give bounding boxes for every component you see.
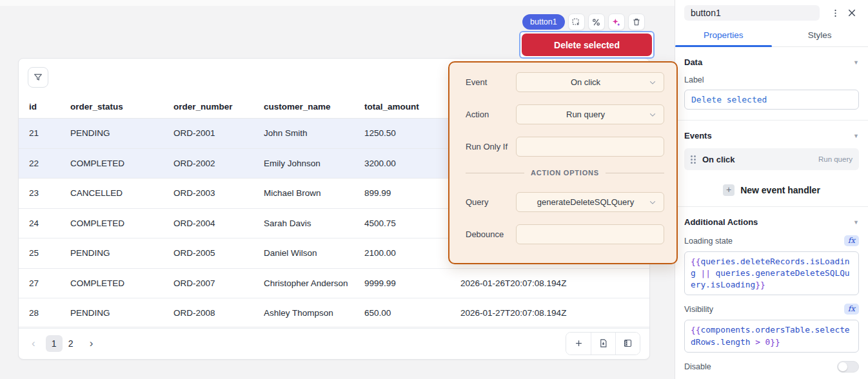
kebab-icon [831, 8, 840, 18]
tab-styles[interactable]: Styles [772, 25, 868, 46]
table-cell: PENDING [70, 248, 173, 258]
table-cell: ORD-2001 [173, 128, 264, 138]
table-cell: ORD-2008 [173, 308, 264, 318]
table-cell: ORD-2002 [173, 159, 264, 168]
action-options-divider: ACTION OPTIONS [466, 169, 664, 177]
collapse-events-icon[interactable]: ▼ [853, 133, 859, 139]
fx-badge[interactable]: fx [844, 235, 859, 246]
tab-properties[interactable]: Properties [675, 25, 772, 46]
toggle-knob [838, 362, 847, 371]
widget-name-badge[interactable]: button1 [522, 14, 565, 30]
table-cell: ORD-2004 [173, 219, 264, 228]
additional-actions-header: Additional Actions ▼ [684, 207, 859, 227]
field-select[interactable]: generateDeleteSQLQuery [516, 192, 664, 212]
data-section-title: Data [684, 57, 702, 67]
table-cell: 2100.00 [364, 248, 460, 258]
column-header-customer_name[interactable]: customer_name [264, 102, 364, 112]
action-options-label: ACTION OPTIONS [531, 169, 599, 177]
ai-sparkle-icon [611, 17, 621, 27]
label-input[interactable]: Delete selected [684, 90, 859, 110]
popover-field-debounce: Debounce [466, 224, 664, 244]
field-label: Query [466, 197, 516, 207]
ai-assist-button[interactable] [608, 14, 625, 30]
table-cell: 22 [29, 159, 70, 168]
widget-toolbar: button1 [522, 14, 645, 30]
table-cell: Emily Johnson [264, 159, 364, 168]
event-config-popover: EventOn clickActionRun queryRun Only If … [448, 61, 678, 264]
property-pane: button1 PropertiesStyles Data ▼ Label De… [675, 0, 868, 379]
collapse-data-icon[interactable]: ▼ [853, 59, 859, 66]
field-select[interactable]: On click [516, 72, 664, 92]
visibility-code-input[interactable]: {{components.ordersTable.selectedRows.le… [684, 320, 859, 352]
delete-selected-button[interactable]: Delete selected [522, 34, 652, 56]
loading-state-code-input[interactable]: {{queries.deleteRecords.isLoading || que… [684, 251, 859, 295]
label-field-row: Label [684, 75, 859, 84]
filter-button[interactable] [28, 67, 48, 88]
field-input[interactable] [516, 137, 664, 157]
table-cell: John Smith [264, 128, 364, 138]
loading-state-label: Loading state [684, 237, 733, 246]
table-cell: 24 [29, 219, 70, 228]
table-row[interactable]: 27COMPLETEDORD-2007Christopher Anderson9… [19, 269, 649, 299]
disable-toggle[interactable] [837, 361, 859, 373]
delete-widget-button[interactable] [628, 14, 645, 30]
expand-panel-button[interactable] [615, 333, 640, 355]
table-cell: ORD-2007 [173, 278, 264, 288]
event-handler-action: Run query [818, 155, 853, 163]
visibility-label: Visibility [684, 305, 713, 314]
field-label: Debounce [466, 229, 516, 239]
widget-selection-outline: Delete selected [519, 31, 655, 59]
table-cell: 3200.00 [364, 159, 460, 168]
column-header-id[interactable]: id [29, 102, 70, 112]
table-cell: 650.00 [364, 308, 460, 318]
page-numbers: 12 [46, 335, 79, 352]
column-header-total_amount[interactable]: total_amount [364, 102, 460, 112]
field-select[interactable]: Run query [516, 104, 664, 124]
table-cell: 2026-01-26T20:07:08.194Z [460, 278, 649, 288]
column-header-order_number[interactable]: order_number [173, 102, 264, 112]
table-cell: Daniel Wilson [264, 248, 364, 258]
close-pane-button[interactable] [843, 5, 860, 21]
new-event-handler-button[interactable]: + New event handler [684, 184, 859, 196]
page-button-1[interactable]: 1 [46, 335, 63, 352]
table-cell: Sarah Davis [264, 219, 364, 228]
chevron-down-icon [648, 110, 657, 119]
table-cell: ORD-2003 [173, 188, 264, 198]
close-icon [847, 8, 857, 18]
select-parent-button[interactable] [568, 14, 585, 30]
prev-page-button[interactable]: ‹ [28, 336, 39, 351]
trash-icon [632, 17, 641, 26]
download-button[interactable] [591, 333, 615, 355]
label-field-label: Label [684, 75, 704, 84]
fx-badge[interactable]: fx [844, 304, 859, 315]
event-handler-card[interactable]: On click Run query [684, 148, 859, 170]
field-input[interactable] [516, 224, 664, 244]
next-page-button[interactable]: › [86, 336, 97, 351]
loading-state-row: Loading state fx [684, 235, 859, 246]
widget-name-field[interactable]: button1 [684, 5, 820, 21]
column-header-order_status[interactable]: order_status [70, 102, 173, 112]
disable-label: Disable [684, 362, 711, 371]
table-row[interactable]: 28PENDINGORD-2008Ashley Thompson650.0020… [19, 298, 649, 329]
field-value: Run query [523, 110, 648, 119]
table-cell: 28 [29, 308, 70, 318]
bind-data-button[interactable] [588, 14, 605, 30]
plus-square-icon: + [723, 184, 735, 196]
new-event-handler-label: New event handler [740, 185, 820, 195]
collapse-additional-icon[interactable]: ▼ [853, 219, 859, 226]
table-cell: PENDING [70, 128, 173, 138]
select-icon [571, 17, 581, 27]
table-cell: 899.99 [364, 188, 460, 198]
table-toolbar [28, 67, 48, 88]
field-label: Action [466, 110, 516, 119]
chevron-down-icon [648, 198, 657, 207]
more-options-button[interactable] [827, 5, 843, 21]
table-cell: 25 [29, 248, 70, 258]
page-button-2[interactable]: 2 [63, 335, 79, 352]
drag-handle-icon[interactable] [691, 155, 696, 164]
table-cell: Michael Brown [264, 188, 364, 198]
table-cell: 9999.99 [364, 278, 460, 288]
data-section-header: Data ▼ [684, 47, 859, 67]
add-row-button[interactable] [566, 333, 591, 355]
panel-icon [623, 338, 633, 348]
